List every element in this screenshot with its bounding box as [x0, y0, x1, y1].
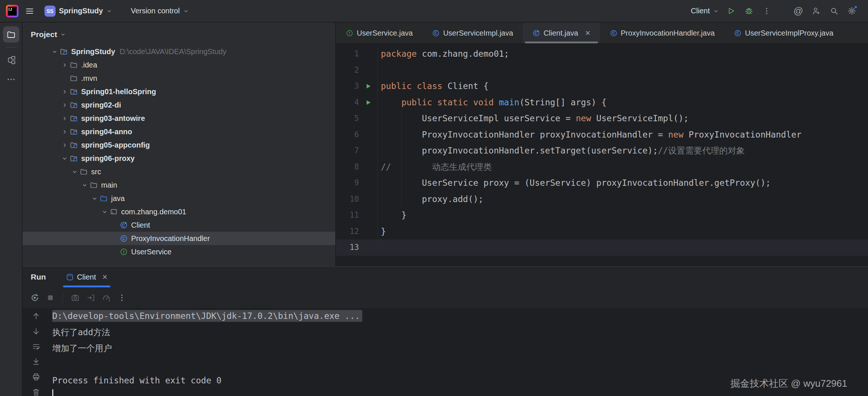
ai-assistant-button[interactable]: @ [791, 4, 806, 19]
code-line-9[interactable]: 9 UserService proxy = (UserService) prox… [336, 175, 868, 191]
chevron-right-icon[interactable] [60, 142, 69, 148]
attach-profiler-button[interactable] [84, 291, 98, 305]
tree-item-spring03-antowire[interactable]: spring03-antowire [23, 112, 335, 125]
code-editor[interactable]: 1package com.zhang.demo01;23public class… [336, 44, 868, 266]
selected-text: D:\develop-tools\Environment\JDK\jdk-17.… [52, 310, 362, 322]
settings-button[interactable] [844, 4, 859, 19]
svg-text:C: C [736, 31, 739, 35]
chevron-down-icon[interactable] [100, 209, 109, 215]
chevron-down-icon[interactable] [70, 169, 79, 175]
down-stacktrace-button[interactable] [30, 326, 41, 337]
line-number: 5 [336, 110, 359, 127]
main-menu-button[interactable] [22, 4, 37, 19]
code-with-me-button[interactable] [809, 4, 824, 19]
folder-icon [89, 181, 99, 189]
tree-item-spring05-appconfig[interactable]: spring05-appconfig [23, 138, 335, 152]
tree-item-spring02-di[interactable]: spring02-di [23, 98, 335, 112]
run-line-button[interactable] [359, 78, 378, 95]
more-actions-button[interactable] [759, 4, 774, 19]
chevron-down-icon[interactable] [50, 49, 59, 55]
tree-item-java[interactable]: java [23, 192, 335, 205]
code-line-8[interactable]: 8// 动态生成代理类 [336, 159, 868, 175]
tree-item-proxyinvocationhandler[interactable]: CProxyInvocationHandler [23, 232, 335, 245]
code-line-12[interactable]: 12} [336, 224, 868, 240]
editor-tab-userservice-java[interactable]: IUserService.java [336, 23, 422, 43]
chevron-down-icon[interactable] [90, 195, 99, 202]
chevron-right-icon[interactable] [60, 89, 69, 95]
chevron-right-icon[interactable] [60, 115, 69, 122]
run-tab-client[interactable]: Client × [60, 267, 113, 287]
tree-item-springstudy[interactable]: SpringStudyD:\code\JAVA\IDEA\SpringStudy [23, 45, 335, 58]
more-tool-windows-button[interactable] [3, 71, 19, 88]
gutter-spacer [359, 240, 378, 256]
soft-wrap-button[interactable] [30, 341, 41, 352]
chevron-down-icon[interactable] [60, 155, 69, 162]
console-line[interactable] [52, 357, 868, 373]
tree-item-userservice[interactable]: IUserService [23, 245, 335, 258]
tab-label: UserService.java [357, 29, 413, 37]
tree-item-label: SpringStudy [71, 47, 115, 56]
tree-item-src[interactable]: src [23, 165, 335, 178]
code-line-1[interactable]: 1package com.zhang.demo01; [336, 46, 868, 62]
editor-tab-client-java[interactable]: CClient.java× [523, 23, 600, 43]
tree-item-com-zhang-demo01[interactable]: com.zhang.demo01 [23, 205, 335, 218]
close-icon[interactable]: × [585, 29, 591, 37]
up-stacktrace-button[interactable] [30, 310, 41, 321]
chevron-right-icon[interactable] [60, 62, 69, 68]
clear-console-button[interactable] [30, 386, 41, 396]
editor-tab-proxyinvocationhandler-java[interactable]: CProxyInvocationHandler.java [600, 23, 724, 43]
stop-button[interactable] [43, 291, 57, 305]
editor-tab-userserviceimplproxy-java[interactable]: CUserServiceImplProxy.java [724, 23, 843, 43]
more-options-button[interactable] [115, 291, 129, 305]
code-line-3[interactable]: 3public class Client { [336, 78, 868, 95]
vcs-widget[interactable]: Version control [127, 4, 193, 17]
bug-icon [745, 7, 753, 15]
run-console[interactable]: D:\develop-tools\Environment\JDK\jdk-17.… [23, 308, 868, 396]
close-icon[interactable]: × [102, 273, 107, 281]
profiler-button[interactable] [99, 291, 113, 305]
tree-item-spring06-proxy[interactable]: spring06-proxy [23, 152, 335, 165]
editor-tab-userserviceimpl-java[interactable]: CUserServiceImpl.java [422, 23, 523, 43]
tree-item-label: spring02-di [81, 101, 121, 109]
project-tree: SpringStudyD:\code\JAVA\IDEA\SpringStudy… [23, 45, 335, 258]
rerun-button[interactable] [28, 291, 42, 305]
code-line-4[interactable]: 4 public static void main(String[] args)… [336, 95, 868, 111]
tree-item-spring01-hellospring[interactable]: Spring01-helloSpring [23, 85, 335, 98]
indent-guide [401, 110, 402, 207]
tree-item-main[interactable]: main [23, 178, 335, 192]
memory-snapshot-button[interactable] [68, 291, 82, 305]
run-configuration-widget[interactable]: Client [686, 4, 721, 17]
run-line-button[interactable] [359, 95, 378, 111]
arrow-down-icon [32, 327, 40, 336]
scroll-to-end-button[interactable] [30, 356, 41, 367]
search-everywhere-button[interactable] [827, 4, 841, 19]
tree-item-mvn[interactable]: .mvn [23, 72, 335, 85]
run-button[interactable] [724, 4, 738, 19]
tree-item-idea[interactable]: .idea [23, 58, 335, 72]
tool-structure-button[interactable] [3, 52, 19, 68]
tree-item-client[interactable]: CClient [23, 218, 335, 232]
trash-icon [32, 388, 40, 396]
code-line-5[interactable]: 5 UserServiceImpl userService = new User… [336, 110, 868, 127]
code-line-6[interactable]: 6 ProxyInvocationHandler proxyInvocation… [336, 127, 868, 143]
chevron-down-icon[interactable] [60, 32, 66, 37]
chevron-right-icon[interactable] [60, 102, 69, 108]
code-line-13[interactable]: 13 [336, 240, 868, 256]
console-line[interactable]: D:\develop-tools\Environment\JDK\jdk-17.… [52, 308, 868, 324]
code-line-2[interactable]: 2 [336, 62, 868, 79]
tool-project-button[interactable] [3, 26, 19, 43]
code-line-10[interactable]: 10 proxy.add(); [336, 191, 868, 208]
chevron-down-icon[interactable] [80, 182, 89, 188]
console-line[interactable]: 执行了add方法 [52, 324, 868, 341]
print-button[interactable] [30, 371, 41, 382]
code-line-11[interactable]: 11 } [336, 207, 868, 224]
code-line-7[interactable]: 7 proxyInvocationHandler.setTarget(userS… [336, 143, 868, 159]
console-line[interactable]: 增加了一个用户 [52, 340, 868, 357]
gutter-spacer [359, 62, 378, 79]
tree-item-spring04-anno[interactable]: spring04-anno [23, 125, 335, 138]
chevron-right-icon[interactable] [60, 129, 69, 135]
debug-button[interactable] [741, 4, 756, 19]
gutter-spacer [359, 46, 378, 62]
project-widget[interactable]: SS SpringStudy [41, 3, 116, 19]
chevron-down-icon [713, 8, 719, 14]
